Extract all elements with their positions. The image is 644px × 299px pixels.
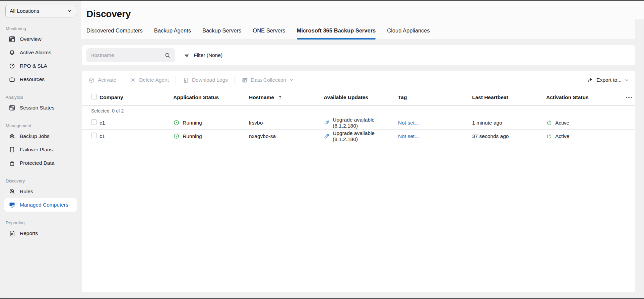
report-icon (9, 230, 15, 237)
sidebar-item-label: Backup Jobs (20, 133, 50, 139)
data-collection-button[interactable]: Data Collection (237, 77, 299, 83)
column-activation-status[interactable]: Activation Status (546, 94, 623, 100)
sidebar-item-rules[interactable]: Rules (4, 185, 77, 198)
power-icon (546, 120, 552, 126)
sidebar-item-label: Managed Computers (20, 202, 68, 208)
wallet-icon (9, 76, 15, 83)
sidebar-section-monitoring: Monitoring (6, 26, 76, 31)
sidebar-item-protected-data[interactable]: Protected Data (4, 156, 77, 170)
lock-icon (9, 160, 15, 166)
sidebar-item-label: Session States (20, 105, 54, 111)
toolbar-divider (123, 76, 123, 84)
export-to-button[interactable]: Export to... (587, 77, 629, 83)
cell-company: c1 (100, 120, 173, 126)
page-title: Discovery (86, 9, 644, 19)
cell-application-status: Running (173, 120, 249, 126)
row-checkbox[interactable] (91, 133, 97, 138)
column-tag[interactable]: Tag (398, 94, 472, 100)
column-settings-button[interactable] (625, 95, 633, 100)
column-last-heartbeat[interactable]: Last Heartbeat (472, 94, 546, 100)
tag-link[interactable]: Not set... (398, 133, 419, 139)
select-all-checkbox[interactable] (91, 94, 97, 99)
sidebar-item-resources[interactable]: Resources (4, 73, 77, 86)
sidebar-section-reporting: Reporting (6, 220, 76, 225)
cell-activation-status: Active (546, 133, 623, 139)
selection-summary-text: Selected: 0 of 2 (91, 108, 124, 114)
column-application-status[interactable]: Application Status (173, 94, 249, 100)
clipboard-icon (9, 146, 15, 153)
sidebar-item-label: Protected Data (20, 160, 54, 166)
tab-backup-agents[interactable]: Backup Agents (154, 27, 191, 39)
sidebar-item-session-states[interactable]: Session States (4, 101, 77, 115)
cell-hostname: lrsvbo (249, 120, 324, 126)
sidebar-item-label: Resources (20, 76, 45, 82)
activation-status-text: Active (555, 133, 569, 139)
sidebar-section-management: Management (6, 123, 76, 128)
sidebar-item-label: Failover Plans (20, 147, 53, 153)
sidebar-item-label: Reports (20, 230, 38, 236)
toolbar: Activate Delete Agent Download Logs (82, 71, 635, 89)
available-updates-text: Upgrade available (8.1.2.180) (333, 117, 398, 129)
tab-bar: Discovered Computers Backup Agents Backu… (81, 19, 635, 39)
tab-backup-servers[interactable]: Backup Servers (202, 27, 241, 39)
cell-last-heartbeat: 1 minute ago (472, 120, 546, 126)
activation-status-text: Active (555, 120, 569, 126)
tag-link[interactable]: Not set... (398, 120, 419, 126)
search-icon (165, 52, 171, 59)
sidebar-section-discovery: Discovery (6, 178, 76, 183)
sidebar-item-label: RPO & SLA (20, 63, 47, 69)
row-checkbox[interactable] (91, 119, 97, 125)
filter-button[interactable]: Filter (None) (184, 52, 222, 59)
sidebar-item-rpo-sla[interactable]: RPO & SLA (4, 59, 77, 73)
search-filter-bar: Filter (None) (82, 45, 635, 65)
sidebar-item-managed-computers[interactable]: Managed Computers (4, 198, 77, 212)
delete-agent-button[interactable]: Delete Agent (125, 77, 174, 83)
check-circle-icon (88, 77, 95, 83)
sidebar-item-overview[interactable]: Overview (4, 32, 77, 46)
table-row[interactable]: c1 Running lrsvbo Upgrade available (8.1… (82, 116, 635, 130)
toolbar-divider (176, 76, 176, 84)
filter-label: Filter (None) (194, 52, 222, 58)
grid-icon (9, 104, 15, 111)
tab-discovered-computers[interactable]: Discovered Computers (86, 27, 143, 39)
cell-last-heartbeat: 37 seconds ago (472, 133, 546, 139)
dashboard-icon (9, 36, 15, 43)
x-icon (130, 77, 136, 83)
location-selector[interactable]: All Locations (5, 5, 76, 17)
main-content: Discovery Discovered Computers Backup Ag… (81, 1, 644, 298)
export-icon (587, 77, 593, 83)
cell-application-status: Running (173, 133, 249, 139)
application-status-text: Running (183, 120, 202, 126)
sidebar-item-label: Rules (20, 189, 33, 195)
activate-button[interactable]: Activate (88, 77, 121, 83)
cell-company: c1 (100, 133, 173, 139)
sidebar-item-failover-plans[interactable]: Failover Plans (4, 143, 77, 156)
cell-available-updates: Upgrade available (8.1.2.180) (324, 130, 398, 142)
cell-available-updates: Upgrade available (8.1.2.180) (324, 117, 398, 129)
data-collection-label: Data Collection (251, 77, 286, 83)
sidebar-section-analytics: Analytics (6, 95, 76, 100)
sidebar-item-backup-jobs[interactable]: Backup Jobs (4, 130, 77, 143)
tab-cloud-appliances[interactable]: Cloud Appliances (387, 27, 430, 39)
pie-chart-icon (9, 63, 15, 69)
computer-icon (9, 202, 15, 208)
column-company[interactable]: Company (100, 94, 173, 100)
tab-microsoft-365-backup-servers[interactable]: Microsoft 365 Backup Servers (297, 27, 376, 39)
application-status-text: Running (183, 133, 202, 139)
sidebar-item-active-alarms[interactable]: Active Alarms (4, 46, 77, 59)
filter-icon (184, 52, 190, 59)
sidebar: All Locations Monitoring Overview Active… (0, 1, 81, 298)
tab-one-servers[interactable]: ONE Servers (253, 27, 285, 39)
table-header: Company Application Status Hostname Avai… (82, 89, 635, 105)
search-box[interactable] (86, 48, 175, 62)
power-icon (546, 133, 552, 139)
column-available-updates[interactable]: Available Updates (324, 94, 398, 100)
sidebar-item-reports[interactable]: Reports (4, 227, 77, 240)
chevron-down-icon (67, 9, 72, 13)
location-selector-value: All Locations (10, 8, 39, 14)
column-hostname[interactable]: Hostname (249, 94, 324, 100)
column-hostname-label: Hostname (249, 94, 274, 100)
table-row[interactable]: c1 Running nxagvbo-sa Upgrade available … (82, 130, 635, 143)
download-logs-button[interactable]: Download Logs (178, 77, 233, 83)
search-input[interactable] (90, 52, 162, 58)
